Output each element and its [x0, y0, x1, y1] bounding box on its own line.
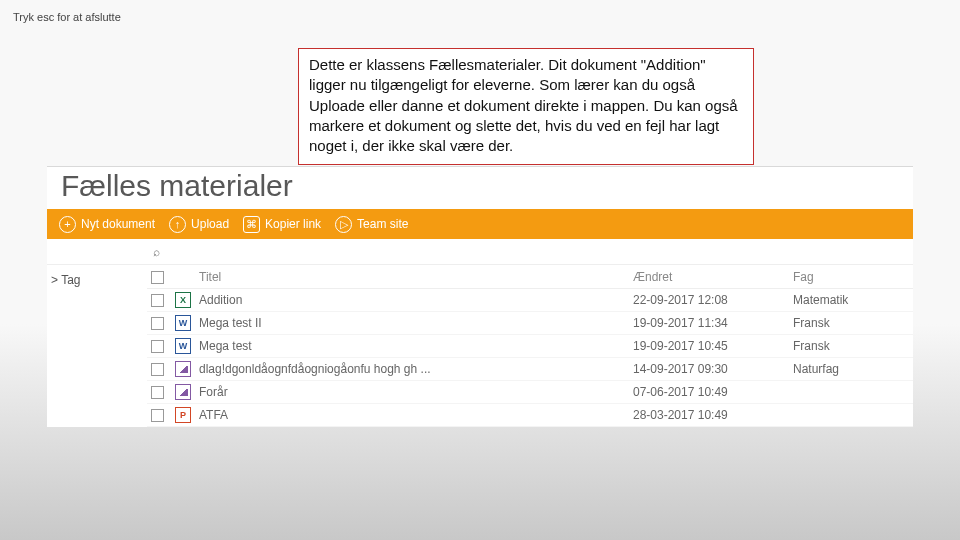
file-type-icon	[175, 384, 199, 400]
table-row[interactable]: PATFA28-03-2017 10:49	[147, 404, 913, 427]
row-subject: Fransk	[793, 316, 913, 330]
row-title[interactable]: Forår	[199, 385, 633, 399]
row-checkbox[interactable]	[147, 317, 175, 330]
search-bar: ⌕	[47, 239, 913, 265]
upload-label: Upload	[191, 217, 229, 231]
row-modified: 28-03-2017 10:49	[633, 408, 793, 422]
row-checkbox[interactable]	[147, 409, 175, 422]
row-modified: 07-06-2017 10:49	[633, 385, 793, 399]
row-checkbox[interactable]	[147, 340, 175, 353]
table-row[interactable]: XAddition22-09-2017 12:08Matematik	[147, 289, 913, 312]
plus-icon: +	[59, 216, 76, 233]
row-subject: Fransk	[793, 339, 913, 353]
esc-hint: Tryk esc for at afslutte	[13, 11, 121, 23]
table-row[interactable]: WMega test19-09-2017 10:45Fransk	[147, 335, 913, 358]
row-checkbox[interactable]	[147, 363, 175, 376]
row-modified: 19-09-2017 11:34	[633, 316, 793, 330]
row-title[interactable]: Addition	[199, 293, 633, 307]
row-title[interactable]: dlag!dgonldåognfdåogniogåonfu hogh gh ..…	[199, 362, 633, 376]
link-icon: ⌘	[243, 216, 260, 233]
table-row[interactable]: WMega test II19-09-2017 11:34Fransk	[147, 312, 913, 335]
left-sidebar: > Tag	[47, 265, 147, 427]
tag-label: Tag	[61, 273, 80, 287]
file-type-icon: X	[175, 292, 199, 308]
row-title[interactable]: ATFA	[199, 408, 633, 422]
materials-panel: Fælles materialer + Nyt dokument ↑ Uploa…	[47, 166, 913, 427]
table-body: XAddition22-09-2017 12:08MatematikWMega …	[147, 289, 913, 427]
toolbar: + Nyt dokument ↑ Upload ⌘ Kopier link ▷ …	[47, 209, 913, 239]
team-site-label: Team site	[357, 217, 408, 231]
table-row[interactable]: Forår07-06-2017 10:49	[147, 381, 913, 404]
new-document-button[interactable]: + Nyt dokument	[59, 216, 155, 233]
row-modified: 22-09-2017 12:08	[633, 293, 793, 307]
row-title[interactable]: Mega test II	[199, 316, 633, 330]
row-subject: Matematik	[793, 293, 913, 307]
tag-filter[interactable]: > Tag	[49, 273, 147, 287]
help-callout: Dette er klassens Fællesmaterialer. Dit …	[298, 48, 754, 165]
file-table: Titel Ændret Fag XAddition22-09-2017 12:…	[147, 265, 913, 427]
file-type-icon	[175, 361, 199, 377]
header-subject[interactable]: Fag	[793, 270, 913, 284]
new-document-label: Nyt dokument	[81, 217, 155, 231]
team-icon: ▷	[335, 216, 352, 233]
row-checkbox[interactable]	[147, 386, 175, 399]
upload-button[interactable]: ↑ Upload	[169, 216, 229, 233]
row-modified: 19-09-2017 10:45	[633, 339, 793, 353]
table-row[interactable]: dlag!dgonldåognfdåogniogåonfu hogh gh ..…	[147, 358, 913, 381]
file-type-icon: W	[175, 338, 199, 354]
panel-title: Fælles materialer	[47, 167, 913, 209]
table-header: Titel Ændret Fag	[147, 265, 913, 289]
row-checkbox[interactable]	[147, 294, 175, 307]
row-subject: Naturfag	[793, 362, 913, 376]
header-modified[interactable]: Ændret	[633, 270, 793, 284]
row-modified: 14-09-2017 09:30	[633, 362, 793, 376]
search-icon[interactable]: ⌕	[153, 245, 160, 259]
row-title[interactable]: Mega test	[199, 339, 633, 353]
copy-link-label: Kopier link	[265, 217, 321, 231]
copy-link-button[interactable]: ⌘ Kopier link	[243, 216, 321, 233]
header-title[interactable]: Titel	[199, 270, 633, 284]
content-row: > Tag Titel Ændret Fag XAddition22-09-20…	[47, 265, 913, 427]
header-check[interactable]	[147, 270, 175, 284]
file-type-icon: P	[175, 407, 199, 423]
team-site-button[interactable]: ▷ Team site	[335, 216, 408, 233]
file-type-icon: W	[175, 315, 199, 331]
upload-icon: ↑	[169, 216, 186, 233]
